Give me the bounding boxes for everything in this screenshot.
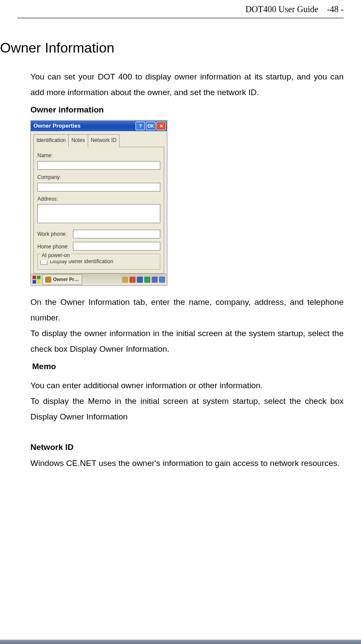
ok-button[interactable]: OK (146, 122, 156, 130)
doc-title: DOT400 User Guide (245, 4, 318, 14)
tray-icon[interactable] (122, 277, 128, 283)
tray-icon[interactable] (159, 277, 165, 283)
memo-heading: Memo (32, 359, 344, 374)
network-id-body: Windows CE.NET uses the owner's informat… (30, 456, 344, 471)
taskbar-button-label: Owner Pr… (53, 275, 79, 284)
memo-paragraph-1: You can enter additional owner informati… (30, 378, 344, 393)
close-button[interactable]: ✕ (156, 122, 166, 130)
page: DOT400 User Guide -48 - Owner Informatio… (0, 0, 361, 644)
content-area: Owner Information You can set your DOT 4… (17, 18, 344, 471)
tab-panel: Name: Company: Address: Work phone: Home… (33, 147, 164, 274)
paragraph-display-info: To display the owner information in the … (30, 326, 344, 357)
company-label: Company: (37, 172, 160, 182)
group-legend: At power-on (40, 251, 71, 261)
people-icon (45, 277, 51, 283)
intro-paragraph: You can set your DOT 400 to display owne… (30, 69, 344, 100)
section-title: Owner Information (0, 40, 344, 56)
work-phone-input[interactable] (73, 230, 160, 238)
tab-identification[interactable]: Identification (33, 134, 69, 147)
owner-info-heading: Owner information (30, 102, 344, 118)
address-label: Address: (37, 194, 160, 204)
taskbar-button[interactable]: Owner Pr… (42, 274, 82, 285)
name-input[interactable] (37, 161, 160, 170)
address-input[interactable] (37, 204, 160, 223)
home-phone-input[interactable] (73, 242, 160, 251)
tab-network-id[interactable]: Network ID (88, 134, 119, 147)
tab-notes[interactable]: Notes (68, 134, 88, 147)
network-id-heading: Network ID (30, 439, 344, 455)
start-icon[interactable] (33, 276, 40, 284)
tray-icon[interactable] (144, 277, 150, 283)
tab-strip: Identification Notes Network ID (31, 131, 167, 147)
tray-icon[interactable] (152, 277, 158, 283)
power-on-group: At power-on Display owner identification (37, 254, 160, 270)
window-title: Owner Properties (33, 121, 135, 132)
work-phone-label: Work phone: (37, 229, 71, 239)
page-header: DOT400 User Guide -48 - (17, 0, 344, 18)
memo-paragraph-2: To display the Memo in the initial scree… (30, 393, 344, 425)
window-titlebar: Owner Properties ? OK ✕ (31, 121, 167, 131)
help-button[interactable]: ? (136, 122, 145, 130)
page-number: -48 - (327, 4, 344, 14)
tray-icon[interactable] (129, 277, 136, 283)
footer-bar (0, 640, 361, 644)
system-tray (122, 277, 165, 283)
owner-properties-screenshot: Owner Properties ? OK ✕ Identification N… (30, 120, 167, 285)
taskbar: Owner Pr… (31, 274, 167, 285)
name-label: Name: (37, 151, 160, 161)
paragraph-tab-instructions: On the Owner Information tab, enter the … (30, 294, 344, 326)
tray-icon[interactable] (137, 277, 143, 283)
company-input[interactable] (37, 183, 160, 192)
